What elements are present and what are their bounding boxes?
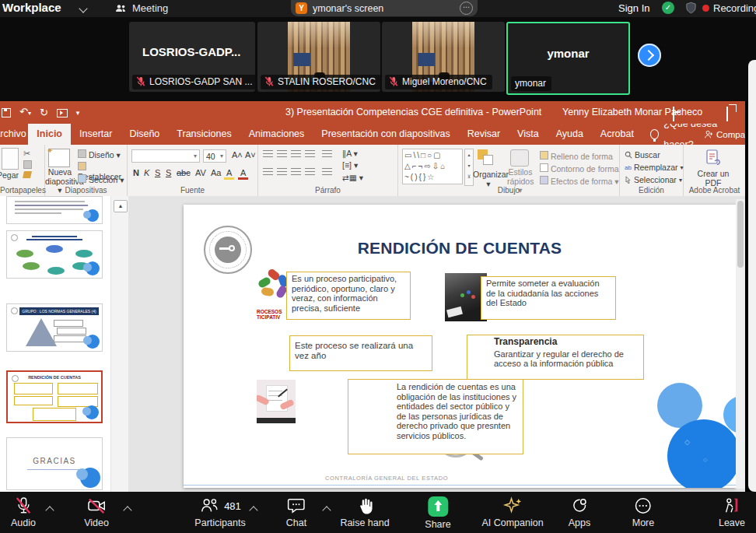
tab-revisar[interactable]: Revisar <box>459 124 509 145</box>
audio-button[interactable]: Audio <box>11 496 36 528</box>
character-spacing-button[interactable]: AV <box>193 168 208 177</box>
screen-options-icon[interactable]: ⋯ <box>460 2 473 15</box>
section-button[interactable]: Sección ▾ <box>78 174 124 184</box>
workspace-menu[interactable]: Workplace <box>2 1 61 14</box>
italic-button[interactable]: K <box>142 168 152 177</box>
line-spacing-icon[interactable] <box>322 150 332 159</box>
double-underline-button[interactable]: S <box>163 168 173 177</box>
slide-canvas[interactable]: RENDICIÓN DE CUENTAS ROCESOSTICIPATIV Es… <box>184 205 736 488</box>
layout-button[interactable]: Diseño ▾ <box>78 149 121 160</box>
writing-image[interactable] <box>257 380 296 423</box>
tab-acrobat[interactable]: Acrobat <box>592 124 642 145</box>
tab-presentacion[interactable]: Presentación con diapositivas <box>313 124 458 145</box>
align-text-icon[interactable]: [≡] ▾ <box>342 160 358 170</box>
ribbon-display-options-icon[interactable] <box>673 107 674 121</box>
tab-animaciones[interactable]: Animaciones <box>240 124 313 145</box>
columns-icon[interactable] <box>322 168 332 177</box>
slide-thumbnail-1[interactable] <box>6 196 103 224</box>
tab-insertar[interactable]: Insertar <box>71 124 121 145</box>
align-left-icon[interactable] <box>263 168 273 177</box>
process-text-box[interactable]: Es un proceso participativo, periódico, … <box>286 272 411 320</box>
shapes-gallery[interactable]: ▭\\□○▢ △⌐¬⇨⇩⌂ ~(){}☆ <box>402 149 463 184</box>
restore-icon[interactable] <box>726 107 728 121</box>
save-icon[interactable] <box>2 108 11 117</box>
obligation-text-box[interactable]: La rendición de cuentas es una obligació… <box>348 379 523 454</box>
chat-button[interactable]: Chat <box>286 496 306 528</box>
select-button[interactable]: Seleccionar ▾ <box>625 175 682 184</box>
slide-thumbnail-3[interactable]: GRUPO : LOS NORMAS GENERALES (4) <box>6 303 103 352</box>
indent-increase-icon[interactable] <box>305 150 315 159</box>
video-options-chevron[interactable] <box>123 506 131 514</box>
sign-in-button[interactable]: Sign In <box>618 2 649 14</box>
raise-hand-button[interactable]: Raise hand <box>340 496 389 528</box>
font-color-button[interactable]: A <box>238 168 248 180</box>
slide-thumbnail-2[interactable] <box>6 230 103 279</box>
paste-button[interactable]: Pegar <box>0 170 19 180</box>
bold-button[interactable]: N <box>131 168 142 177</box>
shrink-font-button[interactable]: A˅ <box>243 150 258 160</box>
tab-ayuda[interactable]: Ayuda <box>548 124 592 145</box>
justify-icon[interactable] <box>305 168 315 177</box>
font-size-combo[interactable]: 40▾ <box>203 149 226 163</box>
cut-icon[interactable]: ✂ <box>23 149 30 159</box>
redo-icon[interactable]: ↻ <box>40 106 48 120</box>
thumbnail-scrollbar[interactable]: ▲ <box>110 196 128 492</box>
slide-thumbnail-5[interactable]: GRACIAS <box>6 437 103 490</box>
shape-effects-button[interactable]: Efectos de forma ▾ <box>540 176 619 186</box>
highlight-button[interactable]: A <box>224 168 234 180</box>
share-button[interactable]: Compartir <box>704 124 745 145</box>
align-right-icon[interactable] <box>291 168 301 177</box>
workspace-chevron-icon[interactable] <box>79 4 87 12</box>
strikethrough-button[interactable]: abc <box>174 168 193 177</box>
font-name-combo[interactable]: ▾ <box>131 149 200 163</box>
evaluation-text-box[interactable]: Permite someter a evaluación de la ciuda… <box>481 276 616 320</box>
find-button[interactable]: Buscar <box>625 150 660 160</box>
slide-title[interactable]: RENDICIÓN DE CUENTAS <box>184 239 736 258</box>
meeting-tab[interactable]: Meeting <box>115 2 168 14</box>
security-shield-icon[interactable] <box>684 1 698 18</box>
participant-tile[interactable]: Miguel Moreno/CNC <box>382 22 505 92</box>
audio-options-chevron[interactable] <box>45 506 54 514</box>
apps-button[interactable]: Apps <box>569 496 591 528</box>
shared-screen-pill[interactable]: Y ymonar's screen ⋯ <box>291 0 478 16</box>
paste-icon[interactable] <box>2 148 19 170</box>
once-a-year-text-box[interactable]: Este proceso se realizará una vez año <box>289 335 432 371</box>
format-painter-icon[interactable] <box>23 171 32 178</box>
tab-vista[interactable]: Vista <box>509 124 548 145</box>
slide-thumbnail-4-selected[interactable]: RENDICIÓN DE CUENTAS <box>6 370 103 423</box>
video-button[interactable]: Video <box>84 496 109 528</box>
bullets-icon[interactable] <box>263 150 273 159</box>
slide-area-scrollbar[interactable] <box>736 199 745 489</box>
participant-tile[interactable]: STALIN ROSERO/CNC <box>257 22 380 92</box>
participants-button[interactable]: 481 Participants <box>194 496 245 528</box>
change-case-button[interactable]: Aa <box>208 168 223 177</box>
align-center-icon[interactable] <box>277 168 287 177</box>
scrollbar-thumb[interactable] <box>737 201 744 268</box>
numbering-icon[interactable] <box>277 150 287 159</box>
recording-indicator[interactable]: Recording <box>702 2 756 14</box>
scroll-up-button[interactable]: ▲ <box>114 200 128 212</box>
text-direction-icon[interactable]: ∥A ▾ <box>342 149 358 158</box>
customize-qat-icon[interactable]: ▾ <box>76 106 80 120</box>
undo-icon[interactable]: ↶▾ <box>19 105 31 121</box>
ai-companion-button[interactable]: AI Companion <box>481 496 543 528</box>
transparency-text-box[interactable]: Transparencia Garantizar y regular el de… <box>467 335 644 380</box>
underline-button[interactable]: S <box>152 168 163 177</box>
start-slideshow-icon[interactable] <box>57 109 68 117</box>
smartart-convert-icon[interactable]: ⇄▦ ▾ <box>342 173 363 182</box>
participants-options-chevron[interactable] <box>249 506 257 514</box>
participant-tile[interactable]: LOSRIOS-GADP... LOSRIOS-GADP SAN ... <box>129 22 255 92</box>
replace-button[interactable]: ab Reemplazar ▾ <box>625 163 684 172</box>
tab-inicio[interactable]: Inicio <box>28 124 71 145</box>
participant-tile-active-speaker[interactable]: ymonar ymonar <box>506 22 630 95</box>
create-pdf-button[interactable]: Crear un PDF <box>695 169 732 188</box>
more-button[interactable]: More <box>632 496 654 528</box>
copy-icon[interactable] <box>23 160 32 169</box>
tab-archivo[interactable]: Archivo <box>0 128 28 139</box>
leave-button[interactable]: Leave <box>719 496 745 528</box>
tab-transiciones[interactable]: Transiciones <box>168 124 240 145</box>
next-participants-button[interactable] <box>638 44 661 67</box>
indent-decrease-icon[interactable] <box>291 150 301 159</box>
collapsed-side-panel[interactable] <box>748 60 756 492</box>
share-screen-button[interactable]: Share <box>425 496 450 530</box>
